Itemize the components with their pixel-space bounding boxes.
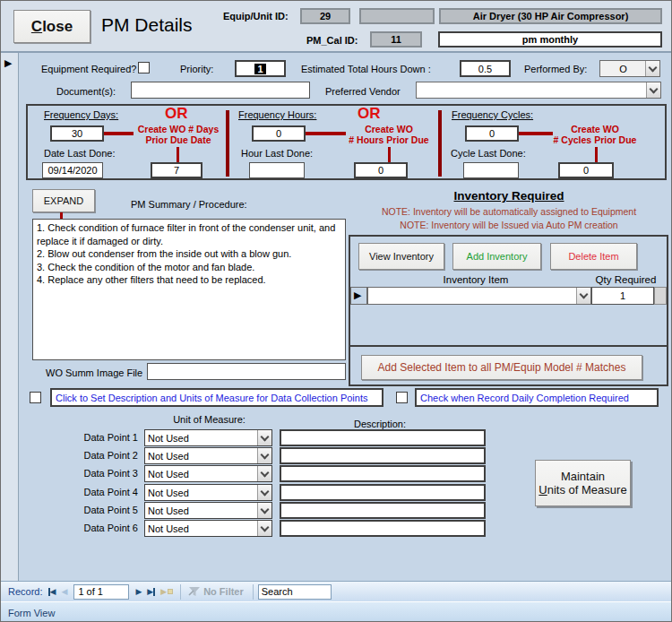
daily-completion-link[interactable]: Check when Record Daily Completion Requi… [415,388,659,407]
performed-by-combo[interactable]: O [599,60,660,77]
data-point-4-description-field[interactable] [280,484,486,501]
search-input[interactable] [258,584,332,600]
cycles-prior-due-field[interactable]: 0 [558,162,614,178]
data-point-1-uom-combo[interactable]: Not Used [144,429,272,446]
no-filter-funnel-icon [188,586,201,598]
data-point-6-description-field[interactable] [280,520,486,537]
frequency-hours-field[interactable]: 0 [252,125,306,142]
data-point-3-uom-combo[interactable]: Not Used [144,465,272,482]
last-record-icon[interactable]: ▶ [147,587,155,596]
add-inventory-button[interactable]: Add Inventory [452,243,541,270]
view-inventory-label: View Inventory [369,251,434,262]
chevron-down-icon[interactable] [576,288,590,304]
chevron-down-icon[interactable] [257,485,271,500]
data-point-5-description-field[interactable] [280,502,486,519]
data-point-2-uom-combo[interactable]: Not Used [144,447,272,464]
close-button[interactable]: Close [13,10,90,43]
no-filter-label: No Filter [203,586,244,597]
chevron-down-icon[interactable] [257,521,271,536]
expand-button[interactable]: EXPAND [32,189,95,212]
chevron-down-icon[interactable] [257,466,271,481]
chevron-down-icon[interactable] [257,430,271,445]
record-selector-strip[interactable]: ▶ [1,53,19,581]
chevron-down-icon[interactable] [257,503,271,518]
new-record-icon[interactable]: ▶ [160,587,173,596]
frequency-hours-label: Frequency Hours: [238,109,316,120]
days-prior-due-field[interactable]: 7 [151,162,202,178]
inventory-item-value [371,288,574,304]
preferred-vendor-combo[interactable] [416,82,661,99]
est-hours-down-field[interactable]: 0.5 [460,60,511,77]
data-point-5-uom-combo[interactable]: Not Used [144,502,272,519]
delete-item-label: Delete Item [568,251,618,262]
record-position-box[interactable]: 1 of 1 [73,584,129,600]
next-record-icon[interactable]: ▶ [135,587,142,596]
add-inventory-label: Add Inventory [467,251,528,262]
data-point-3-description-field[interactable] [280,465,486,482]
page-title: PM Details [101,14,193,36]
chevron-down-icon[interactable] [645,61,659,76]
inventory-item-combo[interactable] [367,287,591,305]
equip-name-value: Air Dryer (30 HP Air Compressor) [439,8,662,24]
frequency-days-field[interactable]: 30 [50,125,104,142]
maintain-units-button[interactable]: Maintain Units of Measure [535,460,631,506]
inventory-row-selector[interactable]: ▶ [350,287,367,305]
preferred-vendor-value [419,82,644,98]
close-button-label: Close [31,18,73,36]
record-label: Record: [8,586,43,597]
data-point-6-uom-combo[interactable]: Not Used [144,520,272,537]
set-description-checkbox[interactable] [30,392,41,403]
form-header: Close PM Details Equip/Unit ID: 29 Air D… [1,1,672,53]
hour-last-done-field[interactable] [249,162,305,178]
nav-separator [180,584,181,600]
priority-label: Priority: [180,64,213,74]
chevron-down-icon[interactable] [646,82,660,98]
hour-last-done-label: Hour Last Done: [241,148,313,159]
red-connector-line [60,212,63,219]
record-navigation-bar: Record: ◀ ◀ 1 of 1 ▶ ▶ ▶ No Filter [1,581,672,601]
view-inventory-button[interactable]: View Inventory [358,243,444,270]
date-last-done-field[interactable]: 09/14/2020 [42,162,103,178]
data-point-2-description-field[interactable] [280,447,486,464]
equipment-required-label: Equipment Required? [41,64,136,74]
priority-field[interactable]: 1 [235,60,286,77]
data-point-4-uom-combo[interactable]: Not Used [144,484,272,501]
delete-item-button[interactable]: Delete Item [550,243,637,270]
qty-required-column-header: Qty Required [588,274,664,285]
description-header: Description: [308,419,452,429]
qty-required-field[interactable]: 1 [591,287,654,305]
data-point-2-label: Data Point 2 [55,450,138,461]
or-text-1: OR [165,105,188,123]
data-point-1-description-field[interactable] [280,429,486,446]
performed-by-value: O [603,61,643,76]
pm-summary-textarea[interactable]: 1. Check condition of furnace filter in … [32,219,346,360]
chevron-down-icon[interactable] [257,448,271,463]
set-description-link[interactable]: Click to Set Description and Units of Me… [50,388,383,407]
priority-selected-value: 1 [254,64,265,74]
est-hours-down-label: Estimated Total Hours Down : [301,64,431,74]
first-record-icon[interactable]: ◀ [48,587,56,596]
hours-prior-due-field[interactable]: 0 [354,162,408,178]
data-point-3-label: Data Point 3 [55,468,138,479]
cycle-last-done-field[interactable] [463,162,519,178]
or-text-2: OR [358,105,381,123]
documents-field[interactable] [131,82,310,99]
pm-details-window: Close PM Details Equip/Unit ID: 29 Air D… [0,0,672,622]
inventory-note-1: NOTE: Inventory will be automatically as… [349,206,669,217]
red-divider [438,110,442,177]
frequency-cycles-field[interactable]: 0 [465,125,519,142]
view-mode-label: Form View [8,608,55,618]
pm-name-field[interactable]: pm monthly [438,31,662,48]
maintain-units-label-line1: Maintain [561,470,605,483]
previous-record-icon[interactable]: ◀ [61,587,67,596]
inventory-required-title: Inventory Required [349,189,669,203]
cycle-last-done-label: Cycle Last Done: [451,148,526,159]
equip-blank-box [359,8,435,24]
data-point-5-label: Data Point 5 [55,505,138,515]
daily-completion-checkbox[interactable] [396,392,408,403]
equipment-required-checkbox[interactable] [138,62,150,73]
add-selected-item-button[interactable]: Add Selected Item to all PM/Equip Model … [361,355,642,380]
record-selector-arrow-icon: ▶ [4,58,12,68]
frequency-cycles-label: Frequency Cycles: [452,109,533,120]
wo-summ-image-field[interactable] [147,363,346,380]
